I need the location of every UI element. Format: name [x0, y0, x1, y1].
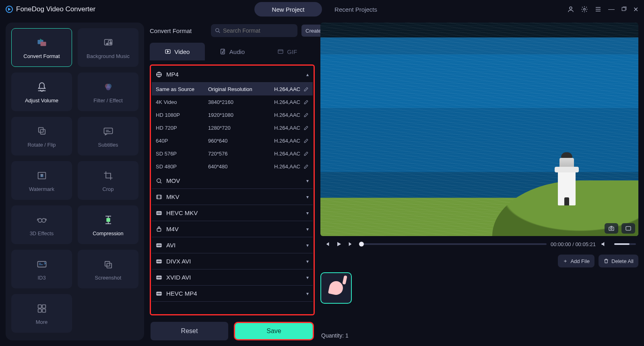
svg-rect-22 [38, 305, 41, 308]
svg-rect-47 [626, 226, 631, 230]
save-button[interactable]: Save [234, 322, 314, 340]
file-thumbnail[interactable] [320, 272, 352, 304]
tool-compression[interactable]: Compression [78, 205, 138, 244]
format-icon [156, 178, 162, 184]
format-tab-video[interactable]: Video [150, 43, 205, 60]
format-group-divx-avi[interactable]: DIVX AVI ▾ [152, 253, 313, 269]
search-input[interactable] [223, 27, 293, 34]
edit-icon[interactable] [303, 138, 309, 143]
edit-icon[interactable] [303, 151, 309, 156]
tab-recent-projects[interactable]: Recent Projects [322, 2, 390, 17]
svg-point-16 [38, 218, 41, 222]
preset-codec: H.264,AAC [264, 151, 300, 157]
delete-all-button[interactable]: Delete All [599, 255, 638, 267]
tool-3d-effects[interactable]: 3D Effects [11, 205, 72, 244]
format-tab-audio[interactable]: Audio [205, 43, 260, 60]
format-group-hevc-mkv[interactable]: HEVC MKV ▾ [152, 205, 313, 221]
search-format[interactable] [211, 24, 297, 37]
tool-label: Screenshot [95, 275, 122, 281]
preset-row[interactable]: HD 1080P 1920*1080 H.264,AAC [152, 108, 313, 121]
window-controls: — ✕ [567, 6, 638, 13]
format-tab-gif[interactable]: GIF [260, 43, 315, 60]
subtitles-icon [100, 125, 116, 138]
preset-row[interactable]: SD 480P 640*480 H.264,AAC [152, 160, 313, 173]
tool-label: Crop [102, 186, 114, 192]
format-group-avi[interactable]: AVI ▾ [152, 237, 313, 253]
edit-icon[interactable] [303, 164, 309, 169]
format-group-mov[interactable]: MOV ▾ [152, 173, 313, 189]
format-icon [156, 194, 162, 200]
svg-rect-40 [157, 228, 161, 231]
preset-resolution: 3840*2160 [208, 99, 264, 105]
maximize-icon[interactable] [621, 6, 627, 12]
reset-button[interactable]: Reset [151, 322, 228, 340]
tool-convert-format[interactable]: Convert Format [11, 28, 72, 67]
crop-icon [100, 169, 116, 182]
preset-row[interactable]: 4K Video 3840*2160 H.264,AAC [152, 95, 313, 108]
tool-id3[interactable]: ID3 [11, 250, 72, 288]
menu-icon[interactable] [594, 6, 602, 13]
svg-point-33 [159, 72, 159, 73]
svg-rect-25 [42, 309, 45, 312]
minimize-icon[interactable]: — [608, 6, 615, 13]
close-icon[interactable]: ✕ [633, 6, 638, 13]
tool-background-music[interactable]: Background Music [78, 28, 138, 67]
fullscreen-button[interactable] [621, 223, 635, 234]
video-preview[interactable] [320, 23, 638, 236]
tool-screenshot[interactable]: Screenshot [78, 250, 138, 288]
format-icon [156, 210, 162, 216]
preset-row[interactable]: 640P 960*640 H.264,AAC [152, 134, 313, 147]
edit-icon[interactable] [303, 99, 309, 105]
svg-rect-21 [107, 263, 111, 268]
format-icon [156, 258, 162, 265]
tool-label: Compression [93, 230, 124, 236]
tool-subtitles[interactable]: Subtitles [78, 117, 138, 155]
svg-rect-4 [40, 41, 46, 46]
tab-new-project[interactable]: New Project [254, 2, 322, 17]
film-icon [156, 71, 162, 78]
play-logo-icon [6, 6, 13, 13]
format-group-hevc-mp4[interactable]: HEVC MP4 ▾ [152, 286, 313, 302]
volume-icon[interactable] [600, 240, 608, 248]
tool-more[interactable]: More [11, 294, 72, 333]
preset-row[interactable]: SD 576P 720*576 H.264,AAC [152, 147, 313, 160]
account-icon[interactable] [567, 6, 574, 13]
tool-adjust-volume[interactable]: Adjust Volume [11, 73, 72, 111]
time-display: 00:00:00 / 00:05:21 [551, 241, 596, 247]
tool-watermark[interactable]: T Watermark [11, 161, 72, 200]
svg-point-35 [157, 74, 157, 75]
edit-icon[interactable] [303, 112, 309, 118]
format-group-xvid-avi[interactable]: XVID AVI ▾ [152, 269, 313, 286]
snapshot-button[interactable] [605, 223, 618, 234]
preset-resolution: 720*576 [208, 151, 264, 157]
svg-point-1 [584, 8, 586, 10]
format-group-mp4[interactable]: MP4 ▴ [152, 66, 313, 83]
format-group-m4v[interactable]: M4V ▾ [152, 221, 313, 237]
format-group-mkv[interactable]: MKV ▾ [152, 189, 313, 205]
edit-icon[interactable] [303, 87, 309, 92]
format-name: HEVC MKV [166, 209, 198, 216]
tool-label: ID3 [37, 275, 45, 281]
chevron-down-icon: ▾ [306, 210, 309, 216]
tool-crop[interactable]: Crop [78, 161, 138, 200]
tool-filter-effect[interactable]: Filter / Effect [78, 73, 138, 111]
volume-slider[interactable] [614, 243, 636, 245]
preset-row[interactable]: HD 720P 1280*720 H.264,AAC [152, 121, 313, 134]
title-bar: FoneDog Video Converter New Project Rece… [0, 0, 644, 19]
edit-icon[interactable] [303, 125, 309, 131]
svg-rect-42 [157, 260, 161, 263]
seek-bar[interactable] [359, 243, 547, 245]
tool-rotate-flip[interactable]: Rotate / Flip [11, 117, 72, 155]
prev-button[interactable] [323, 240, 331, 248]
settings-icon[interactable] [581, 6, 588, 13]
preset-resolution: Original Resolution [208, 86, 264, 92]
preset-codec: H.264,AAC [264, 86, 300, 92]
svg-text:T: T [41, 174, 43, 177]
svg-rect-11 [40, 129, 45, 134]
play-button[interactable] [335, 240, 343, 248]
add-file-button[interactable]: ＋Add File [558, 255, 594, 267]
preset-row[interactable]: Same as Source Original Resolution H.264… [152, 83, 313, 95]
format-name: HEVC MP4 [166, 290, 197, 297]
search-icon [215, 28, 221, 33]
next-button[interactable] [347, 240, 355, 248]
